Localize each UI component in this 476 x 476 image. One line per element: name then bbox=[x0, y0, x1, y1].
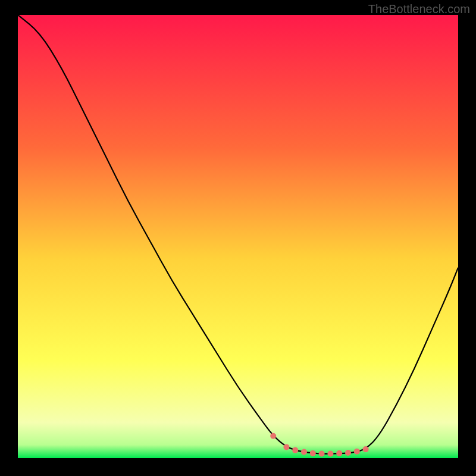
marker-point bbox=[319, 451, 325, 457]
marker-point bbox=[345, 450, 351, 456]
marker-point bbox=[283, 444, 289, 450]
marker-point bbox=[270, 433, 276, 439]
chart-area bbox=[18, 15, 458, 458]
marker-point bbox=[292, 447, 298, 453]
marker-point bbox=[354, 449, 360, 455]
chart-background-gradient bbox=[18, 15, 458, 458]
marker-point bbox=[301, 449, 307, 455]
marker-point bbox=[363, 446, 369, 452]
bottleneck-chart bbox=[18, 15, 458, 458]
watermark-text: TheBottleneck.com bbox=[368, 2, 470, 16]
marker-point bbox=[310, 450, 316, 456]
marker-point bbox=[336, 450, 342, 456]
marker-point bbox=[327, 451, 333, 457]
